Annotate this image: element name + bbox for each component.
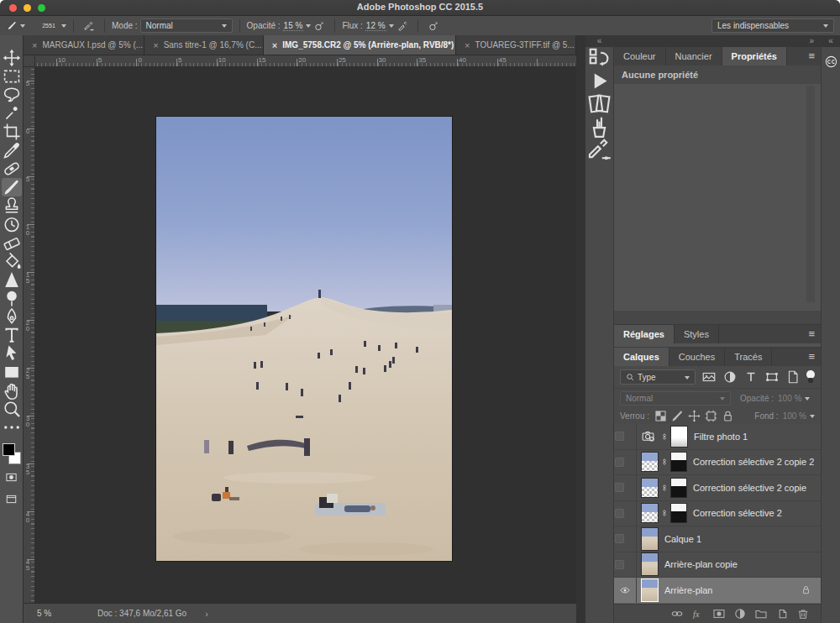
blend-mode-dropdown[interactable]: Normal	[140, 18, 233, 33]
document-tab[interactable]: × IMG_5758.CR2 @ 5% (Arrière-plan, RVB/8…	[264, 35, 456, 55]
panel-menu-icon[interactable]: ≡	[808, 327, 815, 340]
history-panel-button[interactable]	[585, 47, 613, 70]
layer-mask-thumbnail[interactable]	[671, 453, 686, 471]
new-layer-button[interactable]	[775, 607, 789, 620]
layer-row[interactable]: Correction sélective 2 copie 2	[614, 450, 821, 476]
layer-fill-value[interactable]: 100 %	[783, 411, 815, 421]
actions-panel-button[interactable]	[585, 70, 613, 92]
layer-row[interactable]: Arrière-plan	[614, 578, 821, 604]
panel-tab[interactable]: Nuancier	[666, 47, 722, 65]
eraser-tool[interactable]	[2, 233, 22, 252]
canvas-photo[interactable]	[156, 117, 452, 561]
layer-row[interactable]: Correction sélective 2	[614, 501, 821, 527]
brush-tool[interactable]	[2, 178, 22, 196]
layer-mask-thumbnail[interactable]	[671, 479, 686, 497]
layer-name[interactable]: Arrière-plan	[664, 585, 712, 595]
new-adjustment-layer-button[interactable]	[733, 607, 747, 620]
layer-row[interactable]: Correction sélective 2 copie	[614, 475, 821, 501]
lasso-tool[interactable]	[2, 86, 22, 104]
close-tab-icon[interactable]: ×	[32, 40, 37, 50]
layer-name[interactable]: Calque 1	[664, 534, 701, 544]
workspace-dropdown[interactable]: Les indispensables	[711, 18, 834, 33]
opacity-value[interactable]: 15 %	[283, 21, 304, 31]
document-tab[interactable]: × TOUAREG-3TIFF.tif @ 5...	[456, 35, 576, 55]
filter-pixel-layers[interactable]	[701, 370, 717, 384]
gradient-tool[interactable]	[2, 252, 22, 270]
lock-pixels[interactable]	[670, 409, 685, 422]
panel-tab[interactable]: Couleur	[614, 47, 666, 65]
ruler-origin-corner[interactable]	[24, 55, 35, 67]
layer-row[interactable]: Arrière-plan copie	[614, 552, 821, 578]
layer-row[interactable]: Filtre photo 1	[614, 424, 821, 450]
airbrush-button[interactable]	[394, 18, 411, 34]
quick-mask-button[interactable]	[2, 468, 22, 486]
layer-thumbnail[interactable]	[642, 453, 658, 471]
add-layer-mask-button[interactable]	[712, 607, 726, 620]
layer-thumbnail[interactable]	[642, 504, 658, 522]
close-tab-icon[interactable]: ×	[272, 40, 277, 50]
history-brush-tool[interactable]	[2, 215, 22, 233]
canvas-pasteboard[interactable]	[35, 67, 576, 603]
filter-shape-layers[interactable]	[764, 370, 780, 384]
tool-preset-picker[interactable]	[0, 20, 29, 31]
layer-opacity-value[interactable]: 100 %	[778, 394, 810, 403]
layer-name[interactable]: Correction sélective 2 copie 2	[693, 457, 814, 467]
clone-stamp-tool[interactable]	[2, 196, 22, 215]
document-tab[interactable]: × MARGAUX I.psd @ 5% (...	[24, 35, 144, 55]
dock-divider[interactable]	[576, 35, 585, 623]
eyedropper-tool[interactable]	[2, 141, 22, 160]
layer-name[interactable]: Filtre photo 1	[694, 432, 748, 442]
layer-visibility-toggle[interactable]	[614, 424, 637, 449]
layer-thumbnail[interactable]	[642, 479, 658, 497]
zoom-tool[interactable]	[2, 400, 22, 418]
layer-name[interactable]: Correction sélective 2	[693, 508, 782, 518]
layer-visibility-toggle[interactable]	[614, 501, 637, 526]
pen-tool[interactable]	[2, 307, 22, 326]
close-tab-icon[interactable]: ×	[153, 40, 158, 50]
edit-toolbar-button[interactable]	[2, 418, 22, 437]
layer-thumbnail[interactable]	[642, 553, 658, 575]
status-options-chevron[interactable]: ›	[205, 609, 208, 619]
crop-tool[interactable]	[2, 123, 22, 141]
panel-tab[interactable]: Réglages	[614, 325, 675, 343]
dodge-tool[interactable]	[2, 289, 22, 307]
hand-tool[interactable]	[2, 381, 22, 400]
panel-tab[interactable]: Couches	[669, 348, 725, 366]
filter-type-layers[interactable]	[743, 370, 759, 384]
layer-visibility-toggle[interactable]	[614, 475, 637, 500]
quick-selection-tool[interactable]	[2, 104, 22, 123]
layer-visibility-toggle[interactable]	[614, 578, 637, 603]
brush-settings-panel-button[interactable]	[585, 138, 613, 160]
lock-all[interactable]	[721, 409, 735, 422]
layer-visibility-toggle[interactable]	[614, 450, 637, 475]
layer-name[interactable]: Arrière-plan copie	[664, 559, 738, 569]
path-selection-tool[interactable]	[2, 344, 22, 363]
brush-presets-panel-button[interactable]	[585, 115, 613, 138]
filter-smart-objects[interactable]	[785, 370, 801, 384]
panel-tab[interactable]: Tracés	[725, 348, 772, 366]
brush-preset-picker[interactable]: 2551	[36, 24, 61, 29]
new-group-button[interactable]	[754, 607, 768, 620]
type-tool[interactable]	[2, 326, 22, 344]
move-tool[interactable]	[2, 49, 22, 67]
layer-filter-type-dropdown[interactable]: Type	[620, 369, 696, 385]
lock-artboard[interactable]	[704, 409, 718, 422]
zoom-level-field[interactable]: 5 %	[37, 609, 86, 618]
layer-name[interactable]: Correction sélective 2 copie	[693, 483, 806, 493]
layer-thumbnail[interactable]	[642, 528, 658, 550]
pressure-opacity-button[interactable]	[311, 18, 328, 34]
foreground-color-swatch[interactable]	[3, 443, 15, 456]
marquee-tool[interactable]	[2, 67, 22, 86]
screen-mode-button[interactable]	[2, 490, 22, 508]
delete-layer-button[interactable]	[796, 607, 810, 620]
flow-value[interactable]: 12 %	[365, 21, 386, 31]
layer-visibility-toggle[interactable]	[614, 552, 637, 578]
lock-transparency[interactable]	[654, 409, 668, 422]
document-tab[interactable]: × Sans titre-1 @ 16,7% (C...	[144, 35, 264, 55]
filter-adjustment-layers[interactable]	[722, 370, 738, 384]
layer-blend-mode-dropdown[interactable]: Normal	[620, 391, 731, 406]
chevron-down-icon[interactable]	[61, 24, 66, 30]
link-layers-button[interactable]	[670, 607, 684, 620]
creative-cloud-icon[interactable]	[824, 55, 838, 69]
panel-tab[interactable]: Styles	[675, 325, 719, 343]
